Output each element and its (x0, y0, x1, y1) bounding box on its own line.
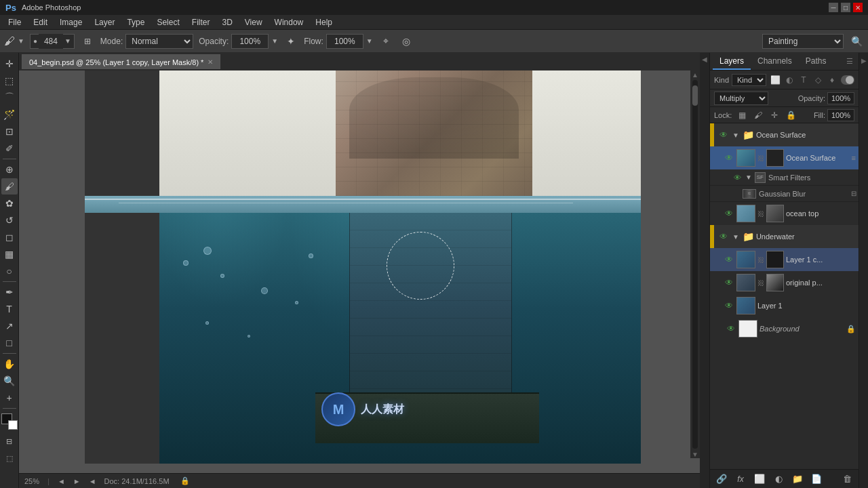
lock-all-btn[interactable]: 🔒 (785, 109, 797, 121)
menu-edit[interactable]: Edit (28, 16, 53, 28)
hand-tool[interactable]: ✋ (1, 356, 18, 372)
link-layers-btn[interactable]: 🔗 (714, 472, 729, 487)
eraser-tool[interactable]: ◻ (1, 229, 18, 245)
scroll-position-btn[interactable]: ◄ (89, 477, 96, 485)
minimize-button[interactable]: ─ (829, 3, 838, 12)
maximize-button[interactable]: □ (841, 3, 850, 12)
tab-layers[interactable]: Layers (713, 54, 751, 70)
right-panel-collapse-btn[interactable]: ▶ (859, 53, 868, 488)
expand-smart-filters[interactable]: ▼ (745, 174, 752, 181)
lock-paint-btn[interactable]: 🖌 (752, 109, 764, 121)
new-group-btn[interactable]: 📁 (790, 472, 805, 487)
layer-underwater-group[interactable]: 👁 ▼ 📁 Underwater (710, 225, 859, 248)
shape-tool[interactable]: □ (1, 335, 18, 351)
screen-mode-btn[interactable]: ⬚ (1, 450, 18, 466)
menu-file[interactable]: File (3, 16, 26, 28)
clone-tool[interactable]: ✿ (1, 195, 18, 211)
background-color[interactable] (8, 420, 18, 430)
smart-filters-item[interactable]: 👁 ▼ SF Smart Filters (710, 169, 859, 186)
filter-type-select[interactable]: Kind (732, 74, 766, 86)
brush-size-control[interactable]: ● 484 ▼ (30, 34, 75, 49)
filter-toggle[interactable] (841, 75, 854, 85)
opacity-input[interactable]: 100% (231, 34, 269, 49)
scroll-up-btn[interactable]: ▲ (691, 70, 699, 79)
quick-mask-btn[interactable]: ⊟ (1, 433, 18, 449)
eye-layer-1-copy[interactable]: 👁 (724, 254, 734, 265)
close-button[interactable]: ✕ (853, 3, 863, 12)
menu-select[interactable]: Select (151, 16, 184, 28)
brush-tool active[interactable]: 🖌 (1, 178, 18, 195)
mode-select[interactable]: Normal Multiply Screen (125, 34, 193, 49)
filter-smart-btn[interactable]: ♦ (826, 74, 838, 86)
move-tool[interactable]: ✛ (1, 56, 18, 72)
layer-1[interactable]: 👁 Layer 1 (710, 294, 859, 317)
new-layer-btn[interactable]: 📄 (809, 472, 824, 487)
lasso-tool[interactable]: ⌒ (1, 89, 18, 106)
history-tool[interactable]: ↺ (1, 212, 18, 228)
zoom-tool[interactable]: 🔍 (1, 373, 18, 389)
filter-adjustment-btn[interactable]: ◐ (783, 74, 795, 86)
expand-ocean-group[interactable]: ▼ (732, 131, 739, 139)
menu-help[interactable]: Help (310, 16, 338, 28)
path-select-tool[interactable]: ↗ (1, 318, 18, 334)
workspace-select[interactable]: Painting Essentials Photography (762, 34, 844, 49)
lock-transparent-btn[interactable]: ▦ (736, 109, 748, 121)
layer-ocean-surface-group[interactable]: 👁 ▼ 📁 Ocean Surface (710, 123, 859, 146)
tab-channels[interactable]: Channels (751, 54, 799, 70)
eye-smart-filters[interactable]: 👁 (732, 172, 743, 183)
gaussian-blur-item[interactable]: ≈ Gaussian Blur ⊟ (710, 186, 859, 202)
dodge-tool[interactable]: ○ (1, 263, 18, 279)
add-mask-btn[interactable]: ⬜ (752, 472, 767, 487)
panel-collapse-btn[interactable]: ◀ (700, 53, 709, 488)
select-tool[interactable]: ⬚ (1, 73, 18, 89)
menu-image[interactable]: Image (54, 16, 87, 28)
tab-paths[interactable]: Paths (799, 54, 833, 70)
extra-tool[interactable]: + (1, 390, 18, 406)
menu-3d[interactable]: 3D (216, 16, 237, 28)
brush-size-dropdown[interactable]: ▼ (64, 37, 71, 45)
menu-type[interactable]: Type (121, 16, 150, 28)
add-adjustment-btn[interactable]: ◐ (771, 472, 786, 487)
expand-underwater-group[interactable]: ▼ (732, 233, 739, 241)
eyedropper-tool[interactable]: ✐ (1, 140, 18, 157)
eye-layer-1[interactable]: 👁 (724, 300, 734, 311)
airbrush-toggle[interactable]: ✦ (283, 34, 298, 49)
navigator-left-btn[interactable]: ◄ (58, 477, 65, 485)
scroll-thumb[interactable] (692, 85, 698, 106)
eye-ocean-surface-group[interactable]: 👁 (718, 129, 729, 140)
menu-layer[interactable]: Layer (89, 16, 120, 28)
crop-tool[interactable]: ⊡ (1, 123, 18, 140)
fill-value-input[interactable]: 100% (827, 109, 854, 121)
quick-select-tool[interactable]: 🪄 (1, 106, 18, 123)
canvas-scroll[interactable]: M 人人素材 ▲ ▼ (19, 70, 700, 473)
navigator-right-btn[interactable]: ► (73, 477, 81, 485)
menu-view[interactable]: View (239, 16, 268, 28)
pen-tool[interactable]: ✒ (1, 284, 18, 300)
layer-background[interactable]: 👁 Background 🔒 (710, 317, 859, 340)
document-tab[interactable]: 04_begin.psd @ 25% (Layer 1 copy, Layer … (22, 54, 220, 69)
smoothing-btn[interactable]: ⌖ (378, 34, 393, 49)
menu-filter[interactable]: Filter (186, 16, 216, 28)
spot-heal-tool[interactable]: ⊕ (1, 161, 18, 178)
layer-original-p[interactable]: 👁 ⛓ original p... (710, 271, 859, 294)
pressure-btn[interactable]: ◎ (399, 34, 414, 49)
menu-window[interactable]: Window (269, 16, 309, 28)
workspace-search[interactable]: 🔍 (849, 34, 864, 49)
layer-1-copy[interactable]: 👁 ⛓ Layer 1 c... (710, 248, 859, 271)
vertical-scrollbar[interactable]: ▲ ▼ (690, 70, 700, 458)
scroll-down-btn[interactable]: ▼ (691, 450, 699, 458)
type-tool[interactable]: T (1, 301, 18, 317)
lock-move-btn[interactable]: ✛ (768, 109, 781, 121)
eye-original-p[interactable]: 👁 (724, 277, 734, 288)
blend-mode-select[interactable]: Multiply Normal Screen Overlay (714, 92, 768, 105)
layer-fx-btn[interactable]: fx (733, 472, 748, 487)
brush-options-btn[interactable]: ⊞ (80, 34, 95, 49)
eye-ocean-top[interactable]: 👁 (724, 208, 734, 219)
eye-background[interactable]: 👁 (726, 323, 736, 334)
filter-shape-btn[interactable]: ◇ (812, 74, 824, 86)
layer-ocean-top[interactable]: 👁 ⛓ ocean top (710, 202, 859, 225)
filter-type-btn[interactable]: T (797, 74, 810, 86)
gradient-tool[interactable]: ▦ (1, 246, 18, 262)
opacity-value-input[interactable]: 100% (827, 92, 854, 104)
layer-ocean-surface[interactable]: 👁 ⛓ Ocean Surface ≡ (710, 146, 859, 169)
